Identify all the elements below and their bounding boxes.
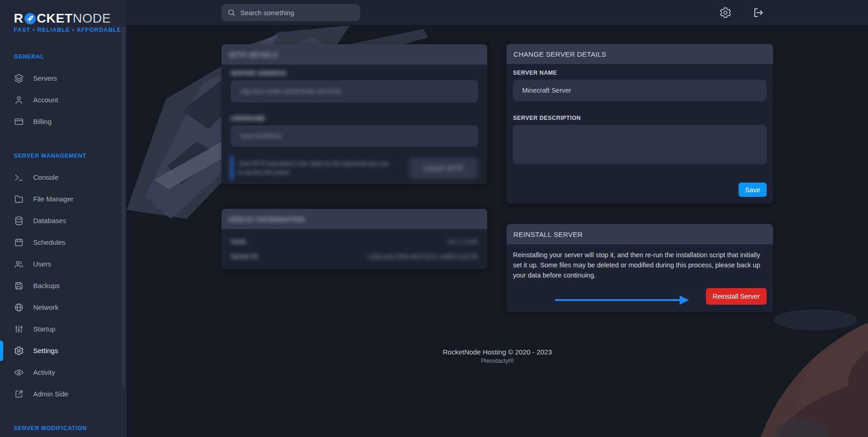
details-panel-header: CHANGE SERVER DETAILS [507, 44, 773, 64]
footer-pterodactyl-link[interactable]: Pterodactyl® [481, 358, 514, 364]
logo-text: CKET [37, 11, 73, 26]
sidebar-item-databases[interactable]: Databases [0, 210, 127, 231]
debug-panel-header: DEBUG INFORMATION [221, 209, 487, 229]
footer: RocketNode Hosting © 2020 - 2023 Pteroda… [221, 348, 773, 365]
server-id-value: c29b1e4d-55f8-48a3-9c21-3b86712dc7f5 [368, 253, 478, 260]
server-name-field-wrap [513, 80, 767, 101]
sidebar-item-schedules[interactable]: Schedules [0, 231, 127, 253]
rocketnode-logo: R CKET NODE FAST • RELIABLE • AFFORDABLE [0, 0, 127, 33]
change-server-details-panel: CHANGE SERVER DETAILS SERVER NAME SERVER… [507, 44, 773, 204]
sidebar-item-console[interactable]: Console [0, 166, 127, 188]
save-button[interactable]: Save [739, 183, 767, 197]
globe-icon [14, 302, 24, 313]
server-address-label: SERVER ADDRESS [231, 70, 478, 77]
username-field[interactable]: mine.f3c8d1b2 [231, 125, 478, 147]
sftp-details-panel: SFTP DETAILS SERVER ADDRESS sftp://mc-no… [221, 44, 487, 184]
eye-icon [14, 367, 24, 378]
sidebar-item-settings[interactable]: Settings [0, 340, 127, 361]
save-icon [14, 281, 24, 291]
debug-row-node: Node NA-1 CA05 [231, 236, 478, 248]
sidebar-item-admin-side[interactable]: Admin Side [0, 383, 127, 405]
logout-icon[interactable] [752, 6, 764, 19]
sidebar-item-servers[interactable]: Servers [0, 67, 127, 89]
section-title-server-modification: SERVER MODIFICATION [14, 425, 127, 431]
server-name-label: SERVER NAME [513, 70, 767, 76]
sftp-panel-header: SFTP DETAILS [221, 44, 487, 65]
details-panel-title: CHANGE SERVER DETAILS [513, 50, 606, 58]
rocket-logo-icon [24, 12, 36, 25]
annotation-arrow [555, 299, 680, 301]
username-label: USERNAME [231, 115, 478, 122]
server-address-field[interactable]: sftp://mc-node.rocketnode.net:2022 [231, 80, 478, 102]
reinstall-panel-title: REINSTALL SERVER [513, 230, 583, 238]
sftp-password-note: Your SFTP password is the same as the pa… [231, 156, 403, 181]
planet-patch [774, 419, 829, 437]
planet-patch [774, 309, 857, 331]
sliders-icon [14, 324, 24, 334]
sidebar-item-backups[interactable]: Backups [0, 275, 127, 296]
logo-text: R [14, 11, 23, 26]
sidebar-item-users[interactable]: Users [0, 253, 127, 275]
background-art-planet [749, 306, 868, 437]
topbar-gear-icon[interactable] [719, 6, 732, 19]
reinstall-server-button[interactable]: Reinstall Server [706, 288, 767, 305]
credit-card-icon [14, 117, 24, 127]
sidebar: R CKET NODE FAST • RELIABLE • AFFORDABLE… [0, 0, 127, 437]
note-accent-bar [231, 156, 233, 181]
gear-icon [14, 346, 24, 356]
sidebar-item-activity[interactable]: Activity [0, 361, 127, 383]
sidebar-item-startup[interactable]: Startup [0, 318, 127, 340]
terminal-icon [14, 172, 24, 183]
server-name-input[interactable] [522, 87, 757, 94]
username-value: mine.f3c8d1b2 [240, 132, 282, 140]
search-input[interactable] [240, 9, 355, 17]
node-value: NA-1 CA05 [448, 238, 478, 245]
layers-icon [14, 73, 24, 83]
reinstall-warning-text: Reinstalling your server will stop it, a… [513, 250, 767, 280]
section-title-general: GENERAL [14, 53, 127, 60]
sftp-panel-title: SFTP DETAILS [228, 51, 278, 59]
launch-sftp-button[interactable]: Launch SFTP [409, 158, 478, 179]
server-description-label: SERVER DESCRIPTION [513, 115, 767, 121]
logo-text: NODE [73, 11, 111, 26]
sidebar-item-account[interactable]: Account [0, 89, 127, 111]
debug-information-panel: DEBUG INFORMATION Node NA-1 CA05 Server … [221, 209, 487, 269]
planet-patch [842, 311, 868, 407]
search-icon [227, 8, 236, 17]
reinstall-panel-header: REINSTALL SERVER [507, 224, 773, 244]
database-icon [14, 216, 24, 226]
calendar-icon [14, 237, 24, 248]
sidebar-item-billing[interactable]: Billing [0, 111, 127, 132]
server-description-textarea[interactable] [513, 125, 767, 164]
folder-icon [14, 194, 24, 204]
debug-panel-title: DEBUG INFORMATION [228, 215, 305, 223]
server-address-value: sftp://mc-node.rocketnode.net:2022 [240, 88, 341, 95]
sidebar-item-network[interactable]: Network [0, 296, 127, 318]
debug-row-server-id: Server ID c29b1e4d-55f8-48a3-9c21-3b8671… [231, 250, 478, 262]
footer-copyright: RocketNode Hosting © 2020 - 2023 [221, 348, 773, 356]
planet-patch [864, 432, 868, 437]
user-icon [14, 95, 24, 105]
section-title-server-management: SERVER MANAGEMENT [14, 153, 127, 159]
node-label: Node [231, 238, 246, 245]
planet-patch [771, 366, 868, 437]
search-box[interactable] [221, 4, 360, 21]
logo-tagline: FAST • RELIABLE • AFFORDABLE [14, 27, 127, 33]
topbar [127, 0, 868, 25]
sidebar-item-file-manager[interactable]: File Manager [0, 188, 127, 210]
server-id-label: Server ID [231, 253, 258, 260]
sidebar-scrollbar[interactable] [122, 27, 125, 387]
main-content: SFTP DETAILS SERVER ADDRESS sftp://mc-no… [127, 25, 868, 437]
external-link-icon [14, 389, 24, 399]
users-icon [14, 259, 24, 269]
